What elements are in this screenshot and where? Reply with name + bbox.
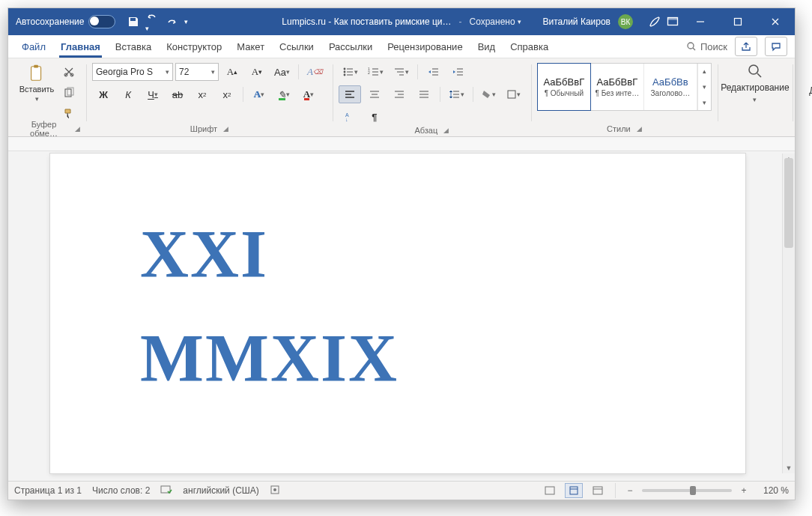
zoom-slider[interactable] [642,489,732,492]
view-web[interactable] [589,483,607,498]
app-window: Автосохранение ▾ ▾ Lumpics.ru - Как пост… [7,7,796,500]
style-no-spacing[interactable]: АаБбВвГ ¶ Без инте… [591,64,644,110]
paragraph-launcher-icon[interactable]: ◢ [443,127,449,134]
share-button[interactable] [735,37,757,56]
change-case-button[interactable]: Aa ▾ [270,63,294,81]
copy-button[interactable] [58,84,80,102]
grow-font-button[interactable]: A▴ [221,63,243,81]
tab-references[interactable]: Ссылки [272,35,321,58]
tab-mailings[interactable]: Рассылки [321,35,380,58]
workspace: XXI MMXIX ▲ ▼ [8,137,795,481]
user-name[interactable]: Виталий Каиров [542,16,610,27]
paste-button[interactable]: Вставить ▾ [19,63,55,103]
editing-button[interactable]: Редактирование▾ [724,63,787,103]
styles-gallery[interactable]: АаБбВвГ ¶ Обычный АаБбВвГ ¶ Без инте… Аа… [537,63,712,111]
increase-indent-button[interactable] [447,63,470,81]
align-center-button[interactable] [363,85,386,103]
save-state[interactable]: Сохранено▾ [469,16,521,27]
view-focus[interactable] [541,483,559,498]
font-name-combo[interactable]: Georgia Pro S▾ [92,63,173,81]
spellcheck-icon[interactable] [160,485,172,497]
multilevel-button[interactable]: ▾ [390,63,413,81]
dictate-button[interactable]: Диктофон▾ [799,63,812,106]
line-spacing-button[interactable]: ▾ [445,85,468,103]
style-normal[interactable]: АаБбВвГ ¶ Обычный [537,63,591,111]
subscript-button[interactable]: x2 [191,85,213,103]
document-page[interactable]: XXI MMXIX [50,154,745,473]
doc-line-1[interactable]: XXI [140,219,745,291]
group-clipboard-label: Буфер обме… [19,120,69,138]
ribbon: Вставить ▾ Буфер обме…◢ Georgia Pro S▾ 7… [8,58,795,137]
save-icon[interactable] [127,16,139,28]
sort-button[interactable]: A↓ [339,108,361,126]
tab-home[interactable]: Главная [53,35,108,58]
comments-button[interactable] [765,37,787,56]
status-language[interactable]: английский (США) [183,485,258,496]
scroll-down-icon[interactable]: ▼ [783,463,795,473]
borders-button[interactable]: ▾ [503,85,525,103]
vertical-scrollbar[interactable]: ▲ ▼ [782,154,795,473]
scroll-thumb[interactable] [784,158,793,248]
superscript-button[interactable]: x2 [216,85,238,103]
maximize-button[interactable] [721,8,754,35]
bold-button[interactable]: Ж [92,85,115,103]
redo-icon[interactable] [166,16,178,28]
shrink-font-button[interactable]: A▾ [246,63,268,81]
svg-point-12 [343,74,345,76]
font-launcher-icon[interactable]: ◢ [223,125,228,133]
tab-help[interactable]: Справка [503,35,556,58]
styles-more[interactable]: ▴▾▾ [697,64,711,110]
svg-point-18 [749,65,758,74]
doc-line-2[interactable]: MMXIX [140,324,745,395]
minimize-button[interactable] [684,8,717,35]
view-print[interactable] [565,483,583,498]
align-right-button[interactable] [388,85,410,103]
tab-review[interactable]: Рецензирование [380,35,470,58]
ribbon-display-icon[interactable] [666,15,679,28]
close-button[interactable] [759,8,792,35]
decrease-indent-button[interactable] [422,63,445,81]
zoom-in-button[interactable]: + [738,485,750,496]
font-size-combo[interactable]: 72▾ [175,63,219,81]
coming-soon-icon[interactable] [648,15,661,28]
style-heading1[interactable]: АаБбВв Заголово… [644,64,697,110]
bullets-button[interactable]: ▾ [339,63,362,81]
tab-layout[interactable]: Макет [229,35,272,58]
font-color-button[interactable]: A ▾ [297,85,320,103]
group-styles-label: Стили [607,124,631,133]
undo-icon[interactable]: ▾ [145,10,160,33]
qat-customize-icon[interactable]: ▾ [184,18,188,25]
italic-button[interactable]: К [117,85,139,103]
underline-button[interactable]: Ч ▾ [142,85,164,103]
clipboard-launcher-icon[interactable]: ◢ [75,125,80,133]
numbering-button[interactable]: 12▾ [364,63,387,81]
tab-file[interactable]: Файл [14,35,53,58]
tab-insert[interactable]: Вставка [108,35,159,58]
strikethrough-button[interactable]: ab [166,85,189,103]
styles-launcher-icon[interactable]: ◢ [637,125,642,133]
text-effects-button[interactable]: A ▾ [248,85,270,103]
svg-rect-4 [31,67,41,81]
group-clipboard: Вставить ▾ Буфер обме…◢ [13,61,86,135]
zoom-out-button[interactable]: − [624,485,636,496]
align-left-button[interactable] [339,85,361,103]
show-marks-button[interactable]: ¶ [363,108,386,126]
status-page[interactable]: Страница 1 из 1 [14,485,82,496]
tab-design[interactable]: Конструктор [159,35,229,58]
horizontal-ruler[interactable] [8,137,795,151]
zoom-value[interactable]: 120 % [756,485,789,496]
avatar[interactable]: ВК [618,14,633,29]
tab-view[interactable]: Вид [470,35,503,58]
autosave-toggle[interactable] [88,15,115,28]
justify-button[interactable] [413,85,435,103]
cut-button[interactable] [58,63,80,81]
group-editing: Редактирование▾ [718,61,793,135]
highlight-button[interactable]: ✎ ▾ [273,85,295,103]
shading-button[interactable]: ▾ [478,85,500,103]
autosave-label: Автосохранение [16,16,84,27]
search-icon [686,41,697,52]
search-box[interactable]: Поиск [686,41,727,52]
clear-formatting-button[interactable]: A⌫ [303,63,327,81]
macro-icon[interactable] [270,485,280,497]
status-words[interactable]: Число слов: 2 [92,485,150,496]
